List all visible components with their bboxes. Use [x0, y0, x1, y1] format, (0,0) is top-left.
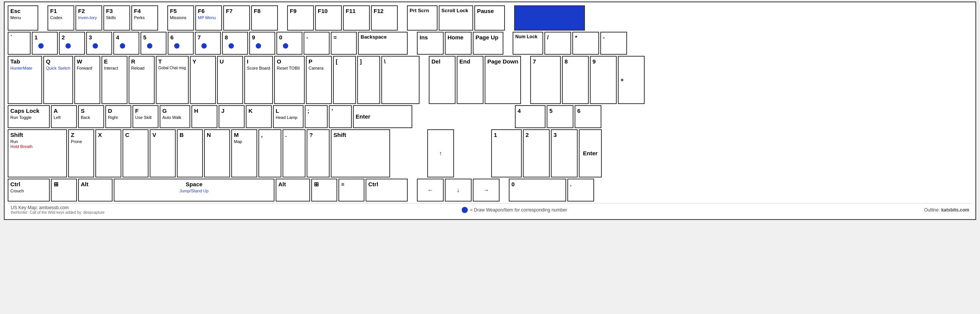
key-j[interactable]: J	[219, 105, 245, 128]
key-numplus[interactable]: +	[618, 56, 645, 104]
key-grave[interactable]: `	[8, 32, 31, 55]
key-f8[interactable]: F8	[251, 5, 278, 31]
key-lbracket[interactable]: [	[333, 56, 356, 104]
key-num4[interactable]: 4	[515, 105, 546, 128]
key-k[interactable]: K	[246, 105, 272, 128]
key-g[interactable]: G Auto Walk	[160, 105, 190, 128]
key-num3[interactable]: 3	[551, 129, 578, 177]
key-f1[interactable]: F1 Codex	[47, 5, 74, 31]
key-a[interactable]: A Left	[51, 105, 77, 128]
key-num5[interactable]: 5	[547, 105, 573, 128]
key-del[interactable]: Del	[429, 56, 456, 104]
key-numlock[interactable]: Num Lock	[513, 32, 543, 55]
key-0[interactable]: 0	[276, 32, 302, 55]
key-y[interactable]: Y	[190, 56, 216, 104]
key-9[interactable]: 9	[249, 32, 275, 55]
key-3[interactable]: 3	[86, 32, 112, 55]
key-r[interactable]: R Reload	[129, 56, 155, 104]
key-o[interactable]: O Reset TOBII	[274, 56, 305, 104]
key-win-right[interactable]: ⊞	[311, 179, 337, 202]
key-leftarrow[interactable]: ←	[417, 179, 444, 202]
key-8[interactable]: 8	[222, 32, 248, 55]
key-comma[interactable]: ,	[258, 129, 281, 177]
key-f5[interactable]: F5 Missions	[167, 5, 194, 31]
key-f11[interactable]: F11	[343, 5, 370, 31]
key-n[interactable]: N	[204, 129, 230, 177]
key-1[interactable]: 1	[32, 32, 58, 55]
key-w[interactable]: W Forward	[74, 56, 100, 104]
key-b[interactable]: B	[177, 129, 203, 177]
key-numdot[interactable]: .	[567, 179, 594, 202]
key-v[interactable]: V	[150, 129, 176, 177]
key-numslash[interactable]: /	[544, 32, 571, 55]
key-5[interactable]: 5	[140, 32, 167, 55]
key-u[interactable]: U	[217, 56, 243, 104]
key-num8[interactable]: 8	[562, 56, 589, 104]
key-rightarrow[interactable]: →	[473, 179, 500, 202]
key-end[interactable]: End	[457, 56, 483, 104]
key-ins[interactable]: Ins	[417, 32, 444, 55]
key-pagedown[interactable]: Page Down	[485, 56, 521, 104]
key-l[interactable]: L Head Lamp	[273, 105, 304, 128]
key-backspace[interactable]: Backspace	[358, 32, 408, 55]
key-f2[interactable]: F2 Inven-tory	[75, 5, 102, 31]
key-num9[interactable]: 9	[590, 56, 617, 104]
key-s[interactable]: S Back	[78, 105, 104, 128]
key-scrolllock[interactable]: Scroll Lock	[439, 5, 473, 31]
key-f6[interactable]: F6 MP Menu	[195, 5, 222, 31]
key-7[interactable]: 7	[195, 32, 221, 55]
key-win-left[interactable]: ⊞	[51, 179, 77, 202]
key-backslash[interactable]: \	[381, 56, 420, 104]
key-num1[interactable]: 1	[491, 129, 522, 177]
key-num7[interactable]: 7	[530, 56, 561, 104]
key-d[interactable]: D Right	[105, 105, 131, 128]
key-uparrow[interactable]: ↑	[427, 129, 454, 177]
key-f3[interactable]: F3 Skills	[103, 5, 130, 31]
key-home[interactable]: Home	[445, 32, 472, 55]
key-h[interactable]: H	[191, 105, 217, 128]
key-semicolon[interactable]: ;	[305, 105, 328, 128]
key-pageup[interactable]: Page Up	[473, 32, 503, 55]
key-m[interactable]: M Map	[231, 129, 257, 177]
key-shift-right[interactable]: Shift	[331, 129, 390, 177]
key-f12[interactable]: F12	[371, 5, 398, 31]
key-t[interactable]: T Gobal Chat msg	[156, 56, 189, 104]
key-q[interactable]: Q Quick Switch	[43, 56, 73, 104]
key-rbracket[interactable]: ]	[357, 56, 380, 104]
key-numenter[interactable]: Enter	[579, 129, 602, 177]
key-c[interactable]: C	[122, 129, 149, 177]
key-4[interactable]: 4	[113, 32, 139, 55]
key-2[interactable]: 2	[59, 32, 85, 55]
key-x[interactable]: X	[95, 129, 121, 177]
key-period[interactable]: .	[283, 129, 305, 177]
key-z[interactable]: Z Prone	[68, 129, 94, 177]
key-p[interactable]: P Camera	[306, 56, 332, 104]
key-f7[interactable]: F7	[223, 5, 250, 31]
key-ctrl-right[interactable]: Ctrl	[366, 179, 408, 202]
key-pause[interactable]: Pause	[474, 5, 505, 31]
key-e[interactable]: E Interact	[101, 56, 127, 104]
key-esc[interactable]: Esc Menu	[8, 5, 38, 31]
key-alt-left[interactable]: Alt	[78, 179, 113, 202]
key-prtscr[interactable]: Prt Scrn	[407, 5, 438, 31]
key-equals[interactable]: =	[331, 32, 357, 55]
key-f10[interactable]: F10	[315, 5, 342, 31]
key-ctrl-left[interactable]: Ctrl Crouch	[8, 179, 50, 202]
key-f[interactable]: F Use Skill	[132, 105, 158, 128]
key-num0[interactable]: 0	[509, 179, 566, 202]
key-num2[interactable]: 2	[523, 129, 550, 177]
key-num6[interactable]: 6	[575, 105, 601, 128]
key-i[interactable]: I Score Board	[244, 56, 273, 104]
key-numminus[interactable]: -	[600, 32, 627, 55]
key-minus[interactable]: -	[304, 32, 330, 55]
key-quote[interactable]: '	[329, 105, 352, 128]
key-6[interactable]: 6	[168, 32, 194, 55]
key-capslock[interactable]: Caps Lock Run Toggle	[8, 105, 50, 128]
key-enter[interactable]: Enter	[353, 105, 412, 128]
key-downarrow[interactable]: ↓	[445, 179, 472, 202]
key-numstar[interactable]: *	[572, 32, 599, 55]
key-shift-left[interactable]: Shift Run Hold Breath	[8, 129, 67, 177]
key-f9[interactable]: F9	[287, 5, 314, 31]
key-tab[interactable]: Tab HunterMate	[8, 56, 42, 104]
key-space[interactable]: Space Jump/Stand Up	[114, 179, 274, 202]
